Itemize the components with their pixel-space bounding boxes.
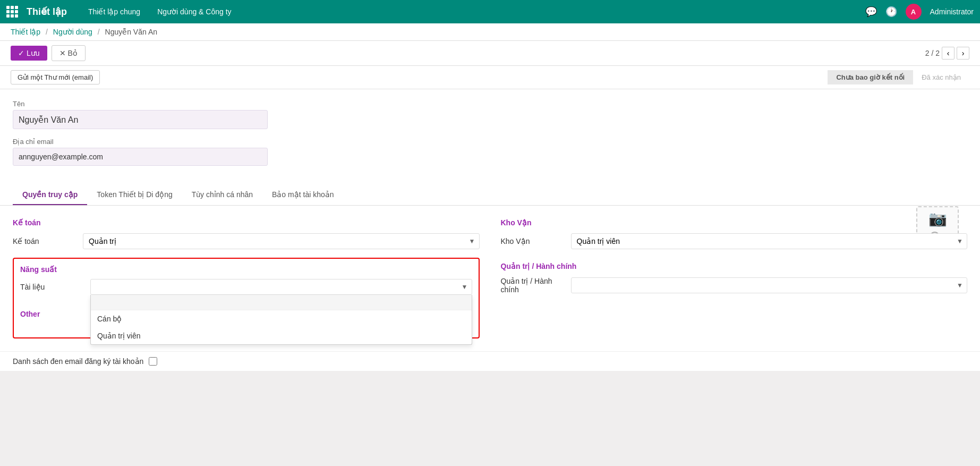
tab-quyen-truy-cap[interactable]: Quyền truy cập [13,185,87,205]
dropdown-item-can-bo[interactable]: Cán bộ [91,310,472,327]
pager: 2 / 2 ‹ › [925,47,969,60]
kho-van-select-wrapper: Quản trị viên Cán bộ ▼ [571,233,968,249]
quan-tri-label: Quản trị / Hành chính [501,277,565,294]
dropdown-search-area [91,295,472,310]
name-input[interactable] [13,110,268,129]
tai-lieu-field-row: Tài liệu Cán bộ Quản trị viên ▼ [20,279,472,295]
kho-van-field-row: Kho Vận Quản trị viên Cán bộ ▼ [501,233,968,249]
ke-toan-field-row: Kế toán Quản trị Cán bộ Quản trị viên ▼ [13,233,480,249]
tabs: Quyền truy cập Token Thiết bị Di động Tù… [0,185,980,206]
quan-tri-select[interactable]: Cán bộ Quản trị viên [571,277,968,293]
avatar-letter: A [911,8,916,16]
blacklist-label: Danh sách đen email đăng ký tài khoản [13,357,143,366]
status-buttons: Chưa bao giờ kết nối Đã xác nhận [828,70,969,84]
pager-prev[interactable]: ‹ [942,47,955,60]
nav-nguoi-dung-cong-ty[interactable]: Người dùng & Công ty [153,5,235,18]
name-label: Tên [13,100,967,108]
ke-toan-label: Kế toán [13,237,76,245]
username[interactable]: Administrator [930,7,974,16]
form-area: Tên Địa chỉ email 📷⊕ [0,89,980,185]
pager-next[interactable]: › [957,47,969,60]
name-group: Tên [13,100,967,129]
breadcrumb-root[interactable]: Thiết lập [11,28,40,36]
save-button[interactable]: ✓ Lưu [11,46,47,61]
ke-toan-select-wrapper: Quản trị Cán bộ Quản trị viên ▼ [83,233,480,249]
nang-suat-section: Năng suất Tài liệu Cán bộ Quản trị viên … [13,258,480,338]
tab-token-thiet-bi[interactable]: Token Thiết bị Di động [87,185,182,205]
tai-lieu-label: Tài liệu [20,283,84,291]
apps-grid-icon[interactable] [6,6,18,18]
checkmark-icon: ✓ [18,49,24,57]
section-quan-tri-title: Quản trị / Hành chính [501,262,968,270]
section-ke-toan-title: Kế toán [13,218,480,227]
app-title: Thiết lập [27,6,67,18]
blacklist-checkbox[interactable] [149,357,157,366]
pager-text: 2 / 2 [925,49,940,57]
breadcrumb: Thiết lập / Người dùng / Nguyễn Văn An [0,23,980,41]
top-navigation: Thiết lập Thiết lập chung Người dùng & C… [0,0,980,23]
dropdown-item-quan-tri-vien[interactable]: Quản trị viên [91,327,472,344]
status-confirmed[interactable]: Đã xác nhận [913,70,969,84]
section-kho-van-title: Kho Vận [501,218,968,227]
quan-tri-field-row: Quản trị / Hành chính Cán bộ Quản trị vi… [501,277,968,294]
tai-lieu-dropdown-list: Cán bộ Quản trị viên [90,295,472,345]
tai-lieu-select[interactable]: Cán bộ Quản trị viên [90,279,472,295]
tai-lieu-select-wrapper: Cán bộ Quản trị viên ▼ Cán bộ Quản trị v… [90,279,472,295]
tab-bao-mat[interactable]: Bảo mật tài khoản [262,185,344,205]
status-never-connected[interactable]: Chưa bao giờ kết nối [828,70,913,84]
toolbar: ✓ Lưu ✕ Bỏ 2 / 2 ‹ › [0,41,980,66]
tab-tuy-chinh[interactable]: Tùy chỉnh cá nhân [182,185,262,205]
discard-button[interactable]: ✕ Bỏ [52,45,86,61]
clock-icon[interactable]: 🕐 [885,6,897,18]
quan-tri-select-wrapper: Cán bộ Quản trị viên ▼ [571,277,968,293]
ke-toan-select[interactable]: Quản trị Cán bộ Quản trị viên [83,233,480,249]
breadcrumb-current: Nguyễn Văn An [105,28,158,36]
avatar[interactable]: A [906,4,922,20]
kho-van-select[interactable]: Quản trị viên Cán bộ [571,233,968,249]
left-column: Kế toán Kế toán Quản trị Cán bộ Quản trị… [13,218,480,338]
tab-content: Kế toán Kế toán Quản trị Cán bộ Quản trị… [0,206,980,351]
section-nang-suat-title: Năng suất [20,265,472,274]
breadcrumb-section[interactable]: Người dùng [53,28,92,36]
nav-thiet-lap-chung[interactable]: Thiết lập chung [84,5,144,18]
dropdown-search-input[interactable] [95,299,467,307]
email-group: Địa chỉ email [13,138,967,166]
action-bar: Gửi một Thư mới (email) Chưa bao giờ kết… [0,66,980,89]
right-column: Kho Vận Kho Vận Quản trị viên Cán bộ ▼ Q… [501,218,968,338]
email-input[interactable] [13,148,268,166]
send-email-button[interactable]: Gửi một Thư mới (email) [11,70,100,84]
x-icon: ✕ [59,49,66,57]
blacklist-row: Danh sách đen email đăng ký tài khoản [0,351,980,371]
chat-icon[interactable]: 💬 [865,6,877,18]
kho-van-label: Kho Vận [501,237,565,245]
email-label: Địa chỉ email [13,138,967,146]
